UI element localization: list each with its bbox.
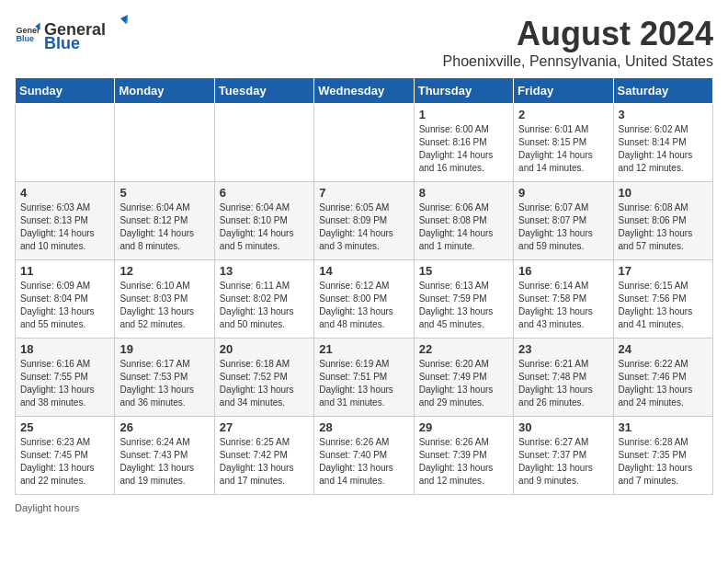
day-info: Sunrise: 6:09 AM Sunset: 8:04 PM Dayligh… bbox=[20, 280, 109, 331]
week-row-3: 11Sunrise: 6:09 AM Sunset: 8:04 PM Dayli… bbox=[16, 260, 713, 339]
day-number: 15 bbox=[419, 264, 508, 278]
day-number: 29 bbox=[419, 420, 508, 434]
day-info: Sunrise: 6:12 AM Sunset: 8:00 PM Dayligh… bbox=[319, 280, 408, 331]
day-number: 4 bbox=[20, 186, 109, 200]
calendar-cell: 5Sunrise: 6:04 AM Sunset: 8:12 PM Daylig… bbox=[115, 182, 214, 260]
day-info: Sunrise: 6:07 AM Sunset: 8:07 PM Dayligh… bbox=[518, 201, 608, 253]
day-info: Sunrise: 6:06 AM Sunset: 8:08 PM Dayligh… bbox=[419, 201, 508, 253]
day-info: Sunrise: 6:04 AM Sunset: 8:12 PM Dayligh… bbox=[119, 201, 209, 253]
calendar-cell: 21Sunrise: 6:19 AM Sunset: 7:51 PM Dayli… bbox=[314, 339, 414, 417]
svg-text:Blue: Blue bbox=[16, 34, 34, 43]
calendar-cell: 24Sunrise: 6:22 AM Sunset: 7:46 PM Dayli… bbox=[613, 339, 712, 417]
day-info: Sunrise: 6:24 AM Sunset: 7:43 PM Dayligh… bbox=[119, 436, 209, 488]
calendar-cell bbox=[314, 104, 414, 182]
day-info: Sunrise: 6:17 AM Sunset: 7:53 PM Dayligh… bbox=[119, 358, 209, 409]
column-header-friday: Friday bbox=[514, 78, 613, 104]
day-info: Sunrise: 6:03 AM Sunset: 8:13 PM Dayligh… bbox=[20, 201, 109, 253]
day-info: Sunrise: 6:20 AM Sunset: 7:49 PM Dayligh… bbox=[419, 358, 508, 409]
calendar-cell: 20Sunrise: 6:18 AM Sunset: 7:52 PM Dayli… bbox=[214, 339, 313, 417]
day-info: Sunrise: 6:27 AM Sunset: 7:37 PM Dayligh… bbox=[518, 436, 608, 488]
day-number: 22 bbox=[419, 342, 508, 356]
calendar-cell: 23Sunrise: 6:21 AM Sunset: 7:48 PM Dayli… bbox=[514, 339, 613, 417]
calendar-cell: 4Sunrise: 6:03 AM Sunset: 8:13 PM Daylig… bbox=[16, 182, 115, 260]
calendar-cell: 19Sunrise: 6:17 AM Sunset: 7:53 PM Dayli… bbox=[115, 339, 214, 417]
day-number: 3 bbox=[619, 108, 708, 121]
day-info: Sunrise: 6:15 AM Sunset: 7:56 PM Dayligh… bbox=[619, 280, 708, 331]
logo-bird-icon bbox=[108, 15, 128, 35]
day-number: 20 bbox=[220, 342, 309, 356]
day-info: Sunrise: 6:14 AM Sunset: 7:58 PM Dayligh… bbox=[518, 280, 608, 331]
day-info: Sunrise: 6:25 AM Sunset: 7:42 PM Dayligh… bbox=[220, 436, 309, 488]
calendar-cell: 10Sunrise: 6:08 AM Sunset: 8:06 PM Dayli… bbox=[613, 182, 712, 260]
day-number: 14 bbox=[319, 264, 408, 278]
calendar-cell: 12Sunrise: 6:10 AM Sunset: 8:03 PM Dayli… bbox=[115, 260, 214, 339]
calendar-cell: 14Sunrise: 6:12 AM Sunset: 8:00 PM Dayli… bbox=[314, 260, 414, 339]
day-info: Sunrise: 6:08 AM Sunset: 8:06 PM Dayligh… bbox=[619, 201, 708, 253]
calendar-cell: 16Sunrise: 6:14 AM Sunset: 7:58 PM Dayli… bbox=[514, 260, 613, 339]
calendar-cell: 8Sunrise: 6:06 AM Sunset: 8:08 PM Daylig… bbox=[414, 182, 513, 260]
calendar-cell: 18Sunrise: 6:16 AM Sunset: 7:55 PM Dayli… bbox=[16, 339, 115, 417]
day-info: Sunrise: 6:01 AM Sunset: 8:15 PM Dayligh… bbox=[518, 123, 608, 175]
logo: General Blue General Blue bbox=[15, 15, 130, 53]
day-info: Sunrise: 6:28 AM Sunset: 7:35 PM Dayligh… bbox=[619, 436, 708, 488]
day-number: 28 bbox=[319, 420, 408, 434]
day-info: Sunrise: 6:16 AM Sunset: 7:55 PM Dayligh… bbox=[20, 358, 109, 409]
calendar-cell: 2Sunrise: 6:01 AM Sunset: 8:15 PM Daylig… bbox=[514, 104, 613, 182]
logo-icon: General Blue bbox=[15, 21, 40, 47]
day-number: 13 bbox=[220, 264, 309, 278]
calendar-cell: 9Sunrise: 6:07 AM Sunset: 8:07 PM Daylig… bbox=[514, 182, 613, 260]
day-number: 16 bbox=[518, 264, 608, 278]
day-number: 27 bbox=[220, 420, 309, 434]
day-number: 18 bbox=[20, 342, 109, 356]
calendar-cell: 13Sunrise: 6:11 AM Sunset: 8:02 PM Dayli… bbox=[214, 260, 313, 339]
calendar-cell: 26Sunrise: 6:24 AM Sunset: 7:43 PM Dayli… bbox=[115, 417, 214, 495]
column-header-wednesday: Wednesday bbox=[314, 78, 414, 104]
day-info: Sunrise: 6:04 AM Sunset: 8:10 PM Dayligh… bbox=[220, 201, 309, 253]
day-number: 6 bbox=[220, 186, 309, 200]
week-row-4: 18Sunrise: 6:16 AM Sunset: 7:55 PM Dayli… bbox=[16, 339, 713, 417]
day-info: Sunrise: 6:22 AM Sunset: 7:46 PM Dayligh… bbox=[619, 358, 708, 409]
calendar-cell: 15Sunrise: 6:13 AM Sunset: 7:59 PM Dayli… bbox=[414, 260, 513, 339]
day-info: Sunrise: 6:11 AM Sunset: 8:02 PM Dayligh… bbox=[220, 280, 309, 331]
day-number: 21 bbox=[319, 342, 408, 356]
calendar-cell: 6Sunrise: 6:04 AM Sunset: 8:10 PM Daylig… bbox=[214, 182, 313, 260]
calendar-cell: 31Sunrise: 6:28 AM Sunset: 7:35 PM Dayli… bbox=[613, 417, 712, 495]
day-number: 7 bbox=[319, 186, 408, 200]
calendar-cell: 29Sunrise: 6:26 AM Sunset: 7:39 PM Dayli… bbox=[414, 417, 513, 495]
day-number: 1 bbox=[419, 108, 508, 121]
day-info: Sunrise: 6:02 AM Sunset: 8:14 PM Dayligh… bbox=[619, 123, 708, 175]
day-number: 23 bbox=[518, 342, 608, 356]
column-header-thursday: Thursday bbox=[414, 78, 513, 104]
header: General Blue General Blue August 2024 Ph… bbox=[15, 15, 713, 70]
day-number: 25 bbox=[20, 420, 109, 434]
day-number: 12 bbox=[119, 264, 209, 278]
day-number: 24 bbox=[619, 342, 708, 356]
day-info: Sunrise: 6:26 AM Sunset: 7:40 PM Dayligh… bbox=[319, 436, 408, 488]
day-number: 11 bbox=[20, 264, 109, 278]
week-row-1: 1Sunrise: 6:00 AM Sunset: 8:16 PM Daylig… bbox=[16, 104, 713, 182]
calendar-cell: 17Sunrise: 6:15 AM Sunset: 7:56 PM Dayli… bbox=[613, 260, 712, 339]
day-info: Sunrise: 6:26 AM Sunset: 7:39 PM Dayligh… bbox=[419, 436, 508, 488]
column-header-monday: Monday bbox=[115, 78, 214, 104]
day-number: 26 bbox=[119, 420, 209, 434]
subtitle: Phoenixville, Pennsylvania, United State… bbox=[443, 53, 713, 70]
column-header-saturday: Saturday bbox=[613, 78, 712, 104]
day-info: Sunrise: 6:10 AM Sunset: 8:03 PM Dayligh… bbox=[119, 280, 209, 331]
calendar-cell: 22Sunrise: 6:20 AM Sunset: 7:49 PM Dayli… bbox=[414, 339, 513, 417]
calendar-cell: 7Sunrise: 6:05 AM Sunset: 8:09 PM Daylig… bbox=[314, 182, 414, 260]
day-info: Sunrise: 6:00 AM Sunset: 8:16 PM Dayligh… bbox=[419, 123, 508, 175]
day-info: Sunrise: 6:18 AM Sunset: 7:52 PM Dayligh… bbox=[220, 358, 309, 409]
calendar-cell bbox=[115, 104, 214, 182]
calendar-cell: 30Sunrise: 6:27 AM Sunset: 7:37 PM Dayli… bbox=[514, 417, 613, 495]
calendar-header-row: SundayMondayTuesdayWednesdayThursdayFrid… bbox=[16, 78, 713, 104]
calendar-cell: 11Sunrise: 6:09 AM Sunset: 8:04 PM Dayli… bbox=[16, 260, 115, 339]
day-number: 2 bbox=[518, 108, 608, 121]
column-header-sunday: Sunday bbox=[16, 78, 115, 104]
day-number: 9 bbox=[518, 186, 608, 200]
day-info: Sunrise: 6:21 AM Sunset: 7:48 PM Dayligh… bbox=[518, 358, 608, 409]
day-info: Sunrise: 6:13 AM Sunset: 7:59 PM Dayligh… bbox=[419, 280, 508, 331]
day-number: 30 bbox=[518, 420, 608, 434]
calendar-cell: 1Sunrise: 6:00 AM Sunset: 8:16 PM Daylig… bbox=[414, 104, 513, 182]
title-area: August 2024 Phoenixville, Pennsylvania, … bbox=[443, 15, 713, 70]
footer-note: Daylight hours bbox=[15, 502, 713, 513]
